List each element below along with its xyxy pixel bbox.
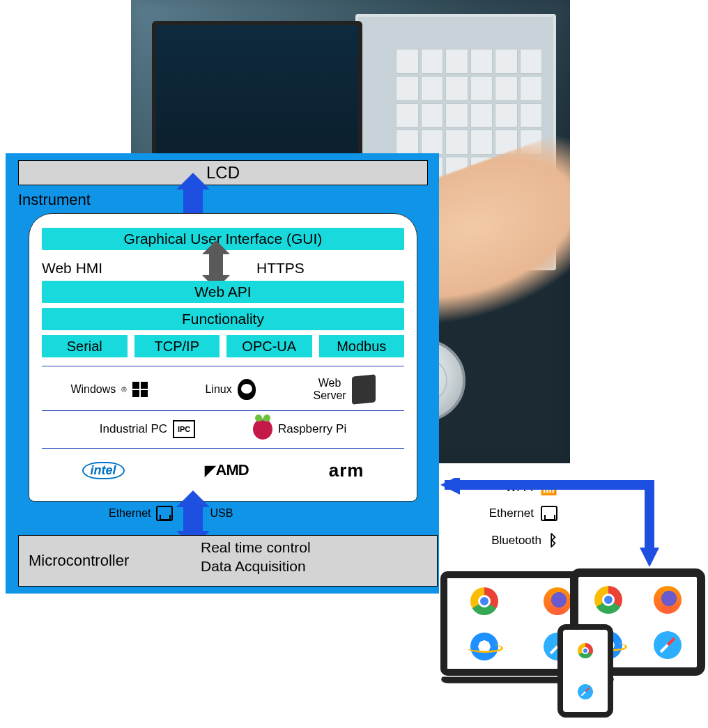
divider xyxy=(42,410,404,411)
instrument-label: Instrument xyxy=(18,191,91,209)
protocol-tcpip: TCP/IP xyxy=(134,335,220,357)
linux-tux-icon xyxy=(238,379,256,400)
intel-logo-icon: intel xyxy=(82,462,125,479)
phone-icon xyxy=(557,624,613,718)
ie-icon xyxy=(470,633,498,660)
webhmi-label: Web HMI xyxy=(42,260,102,277)
windows-icon xyxy=(132,382,148,397)
firefox-icon xyxy=(654,586,682,614)
ethernet-port-icon xyxy=(156,506,173,521)
lcd-label: LCD xyxy=(206,163,240,183)
chrome-icon xyxy=(578,643,593,658)
server-icon xyxy=(352,374,376,405)
divider xyxy=(42,366,404,366)
webapi-layer: Web API xyxy=(42,281,404,303)
microcontroller-label: Microcontroller xyxy=(29,552,129,570)
architecture-panel: LCD Instrument Graphical User Interface … xyxy=(6,153,439,594)
chrome-icon xyxy=(594,586,622,614)
firefox-icon xyxy=(544,587,571,615)
protocol-modbus: Modbus xyxy=(319,335,405,357)
chip-row: intel AMD arm xyxy=(42,456,404,484)
client-devices xyxy=(440,550,705,716)
amd-logo-icon: AMD xyxy=(205,461,249,479)
lcd-gui-arrow-icon xyxy=(183,189,203,213)
bus-row: Ethernet ⑂ USB xyxy=(109,506,233,521)
protocols-row: Serial TCP/IP OPC-UA Modbus xyxy=(42,335,404,357)
raspberry-pi-icon xyxy=(253,419,272,440)
safari-icon xyxy=(578,684,593,699)
lcd-bar: LCD xyxy=(18,160,428,185)
arm-logo-icon: arm xyxy=(329,460,364,481)
instrument-mc-arrow-icon xyxy=(183,507,203,531)
ethernet-label: Ethernet xyxy=(109,506,173,521)
functionality-layer: Functionality xyxy=(42,308,404,330)
os-windows: Windows® xyxy=(70,382,147,397)
svg-marker-0 xyxy=(440,478,460,495)
divider xyxy=(42,448,404,449)
protocol-opcua: OPC-UA xyxy=(226,335,312,357)
https-label: HTTPS xyxy=(256,260,305,277)
mc-description: Real time control Data Acquisition xyxy=(201,538,311,576)
os-row: Windows® Linux Web Server xyxy=(42,374,404,405)
chrome-icon xyxy=(470,587,498,615)
instrument-card: Graphical User Interface (GUI) Web HMI H… xyxy=(29,213,417,502)
safari-icon xyxy=(654,631,682,659)
hw-industrial-pc: Industrial PC IPC xyxy=(100,420,195,438)
os-webserver: Web Server xyxy=(313,375,375,403)
os-linux: Linux xyxy=(205,379,255,400)
gui-webapi-arrow-icon xyxy=(209,254,223,275)
hardware-row: Industrial PC IPC Raspberry Pi xyxy=(42,417,404,441)
ipc-icon: IPC xyxy=(173,420,195,438)
protocol-serial: Serial xyxy=(42,335,128,357)
hw-raspberry-pi: Raspberry Pi xyxy=(253,419,346,440)
